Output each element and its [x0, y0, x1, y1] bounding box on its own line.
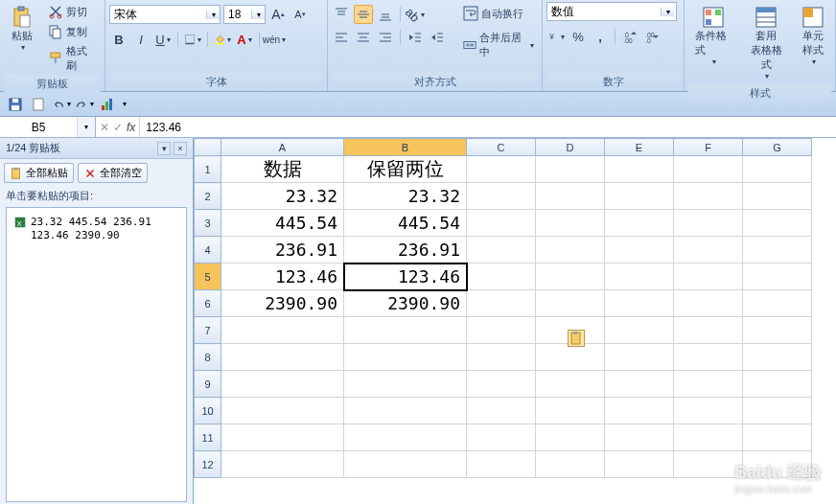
- merge-center-button[interactable]: 合并后居中▾: [459, 29, 538, 61]
- phonetic-button[interactable]: wén▾: [265, 30, 284, 49]
- cell[interactable]: [536, 424, 605, 451]
- cell[interactable]: 445.54: [344, 210, 467, 237]
- cell[interactable]: [344, 424, 467, 451]
- cell[interactable]: [743, 156, 812, 183]
- cell[interactable]: 236.91: [221, 237, 344, 263]
- cell[interactable]: [467, 290, 536, 317]
- cell[interactable]: [467, 317, 536, 344]
- cell[interactable]: [674, 371, 743, 398]
- grid[interactable]: A B C D E F G 1数据保留两位 223.3223.32 3445.5…: [194, 138, 812, 478]
- cell[interactable]: [605, 156, 674, 183]
- cell[interactable]: [605, 317, 674, 344]
- italic-button[interactable]: I: [131, 30, 151, 49]
- cell[interactable]: [605, 290, 674, 317]
- cell[interactable]: [536, 210, 605, 237]
- cell[interactable]: [467, 371, 536, 398]
- cell[interactable]: [344, 344, 467, 371]
- chart-qat-button[interactable]: [98, 95, 117, 114]
- cell[interactable]: [536, 290, 605, 317]
- select-all-corner[interactable]: [195, 139, 221, 156]
- cancel-formula-button[interactable]: ✕: [100, 121, 109, 134]
- decrease-decimal-button[interactable]: .00.0: [642, 27, 662, 46]
- cell[interactable]: [467, 183, 536, 210]
- name-box[interactable]: ▾: [0, 117, 96, 137]
- font-name-combo[interactable]: ▾: [109, 5, 221, 24]
- paste-all-button[interactable]: 全部粘贴: [4, 163, 74, 183]
- decrease-indent-button[interactable]: [406, 28, 425, 47]
- align-middle-button[interactable]: [354, 5, 373, 24]
- cell[interactable]: [221, 424, 344, 451]
- cell[interactable]: 2390.90: [344, 290, 467, 317]
- cell[interactable]: [221, 317, 344, 344]
- comma-button[interactable]: ,: [591, 27, 610, 46]
- cell[interactable]: [467, 398, 536, 424]
- row-header[interactable]: 5: [195, 263, 221, 290]
- cell[interactable]: 23.32: [221, 183, 344, 210]
- spreadsheet[interactable]: A B C D E F G 1数据保留两位 223.3223.32 3445.5…: [194, 138, 836, 504]
- cell[interactable]: [605, 424, 674, 451]
- cell[interactable]: [605, 263, 674, 290]
- cell[interactable]: [674, 210, 743, 237]
- paste-options-button[interactable]: [568, 330, 585, 347]
- paste-button[interactable]: 粘贴 ▾: [4, 2, 40, 56]
- cell[interactable]: 236.91: [344, 237, 467, 263]
- decrease-font-button[interactable]: A▾: [290, 5, 310, 24]
- cell[interactable]: [674, 344, 743, 371]
- chevron-down-icon[interactable]: ▾: [90, 100, 94, 108]
- cell[interactable]: [467, 156, 536, 183]
- percent-button[interactable]: %: [569, 27, 588, 46]
- cell[interactable]: [344, 317, 467, 344]
- redo-qat-button[interactable]: ▾: [75, 95, 94, 114]
- cell[interactable]: [221, 371, 344, 398]
- save-qat-button[interactable]: [6, 95, 25, 114]
- format-painter-button[interactable]: 格式刷: [44, 42, 101, 75]
- cell[interactable]: [536, 237, 605, 263]
- cell[interactable]: [536, 183, 605, 210]
- cell[interactable]: 445.54: [221, 210, 344, 237]
- row-header[interactable]: 10: [195, 398, 221, 424]
- pane-close-button[interactable]: ×: [174, 142, 187, 155]
- cell[interactable]: [536, 398, 605, 424]
- align-left-button[interactable]: [332, 28, 351, 47]
- row-header[interactable]: 11: [195, 424, 221, 451]
- new-qat-button[interactable]: [29, 95, 48, 114]
- column-header-G[interactable]: G: [743, 139, 812, 156]
- align-top-button[interactable]: [332, 5, 351, 24]
- cell[interactable]: [743, 290, 812, 317]
- chevron-down-icon[interactable]: ▾: [77, 117, 95, 137]
- cell[interactable]: [467, 451, 536, 478]
- column-header-D[interactable]: D: [536, 139, 605, 156]
- increase-indent-button[interactable]: [428, 28, 447, 47]
- cell[interactable]: [743, 317, 812, 344]
- cell[interactable]: [674, 398, 743, 424]
- cell[interactable]: [221, 398, 344, 424]
- cell[interactable]: [605, 237, 674, 263]
- clipboard-item[interactable]: X 23.32 445.54 236.91 123.46 2390.90: [11, 212, 182, 247]
- cell[interactable]: [467, 344, 536, 371]
- cell[interactable]: [743, 451, 812, 478]
- name-box-input[interactable]: [0, 117, 77, 137]
- accounting-format-button[interactable]: ¥▾: [546, 27, 566, 46]
- row-header[interactable]: 1: [195, 156, 221, 183]
- cell[interactable]: [536, 371, 605, 398]
- cell[interactable]: [605, 451, 674, 478]
- qat-customize-button[interactable]: ▾: [123, 100, 127, 108]
- cell[interactable]: [674, 424, 743, 451]
- cell[interactable]: 23.32: [344, 183, 467, 210]
- underline-button[interactable]: U▾: [153, 30, 173, 49]
- conditional-format-button[interactable]: 条件格式▾: [688, 2, 738, 70]
- cell[interactable]: [344, 371, 467, 398]
- cell-style-button[interactable]: 单元 样式▾: [795, 2, 831, 70]
- cell[interactable]: [743, 210, 812, 237]
- align-right-button[interactable]: [376, 28, 395, 47]
- cell[interactable]: [467, 263, 536, 290]
- cell[interactable]: [674, 156, 743, 183]
- cell[interactable]: [674, 317, 743, 344]
- wrap-text-button[interactable]: 自动换行: [459, 4, 538, 23]
- cell[interactable]: [221, 451, 344, 478]
- cell[interactable]: [743, 424, 812, 451]
- cell[interactable]: [467, 237, 536, 263]
- chevron-down-icon[interactable]: ▾: [206, 11, 220, 19]
- cell[interactable]: [467, 210, 536, 237]
- cell[interactable]: [674, 451, 743, 478]
